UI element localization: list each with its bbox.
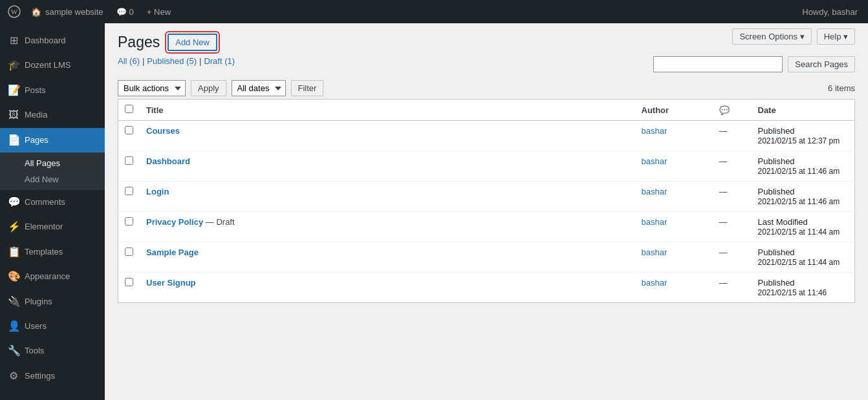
- row-comments-cell: —: [713, 151, 752, 182]
- date-status: Published: [758, 278, 795, 288]
- page-title-link-4[interactable]: Privacy Policy: [146, 217, 203, 227]
- sidebar-item-media[interactable]: 🖼 Media: [0, 103, 105, 127]
- page-title-link-2[interactable]: Dashboard: [146, 156, 190, 166]
- row-checkbox-5[interactable]: [125, 247, 133, 256]
- row-date-cell: Published 2021/02/15 at 11:46: [752, 273, 855, 303]
- author-link-1[interactable]: bashar: [642, 126, 667, 136]
- row-checkbox-cell: [118, 182, 140, 212]
- sidebar-item-plugins[interactable]: 🔌 Plugins: [0, 289, 105, 314]
- column-comments: 💬: [713, 100, 752, 121]
- row-checkbox-3[interactable]: [125, 187, 133, 195]
- row-checkbox-1[interactable]: [125, 126, 133, 134]
- comments-value: —: [719, 187, 728, 196]
- date-status: Published: [758, 187, 795, 196]
- author-link-3[interactable]: bashar: [642, 187, 667, 196]
- date-status: Last Modified: [758, 217, 808, 227]
- sidebar-item-appearance[interactable]: 🎨 Appearance: [0, 264, 105, 289]
- table-row: Dashboard bashar — Published 2021/02/15 …: [118, 151, 855, 182]
- row-title-cell: Privacy Policy — Draft: [140, 212, 635, 242]
- sidebar-item-templates[interactable]: 📋 Templates: [0, 240, 105, 264]
- sidebar-item-dashboard[interactable]: ⊞ Dashboard: [0, 28, 105, 53]
- row-checkbox-2[interactable]: [125, 156, 133, 165]
- author-link-6[interactable]: bashar: [642, 278, 667, 288]
- sidebar-item-pages[interactable]: 📄 Pages: [0, 128, 105, 153]
- date-value: 2021/02/15 at 11:46: [758, 288, 827, 297]
- screen-options-button[interactable]: Screen Options ▾: [732, 28, 811, 45]
- sidebar-item-add-new-page[interactable]: Add New: [0, 171, 105, 187]
- row-checkbox-4[interactable]: [125, 217, 133, 226]
- date-value: 2021/02/15 at 11:44 am: [758, 227, 840, 237]
- settings-icon: ⚙: [8, 369, 19, 383]
- wp-logo-icon[interactable]: W: [5, 3, 23, 21]
- items-count: 6 items: [828, 83, 855, 93]
- filter-all[interactable]: All (6): [118, 56, 140, 66]
- comments-link[interactable]: 💬 0: [111, 0, 139, 23]
- author-link-2[interactable]: bashar: [642, 156, 667, 166]
- row-title-cell: Sample Page: [140, 242, 635, 273]
- elementor-icon: ⚡: [8, 220, 19, 234]
- apply-button[interactable]: Apply: [191, 80, 226, 96]
- sidebar-item-elementor[interactable]: ⚡ Elementor: [0, 215, 105, 239]
- column-date[interactable]: Date: [752, 100, 855, 121]
- row-author-cell: bashar: [635, 182, 713, 212]
- filter-button[interactable]: Filter: [291, 80, 324, 96]
- column-author[interactable]: Author: [635, 100, 713, 121]
- help-button[interactable]: Help ▾: [817, 28, 855, 45]
- column-checkbox: [118, 100, 140, 121]
- row-author-cell: bashar: [635, 121, 713, 151]
- media-icon: 🖼: [8, 108, 19, 122]
- sidebar-item-comments[interactable]: 💬 Comments: [0, 190, 105, 215]
- date-value: 2021/02/15 at 12:37 pm: [758, 136, 840, 145]
- filter-links: All (6) | Published (5) | Draft (1): [118, 56, 653, 66]
- page-title-link-6[interactable]: User Signup: [146, 278, 196, 288]
- all-dates-select[interactable]: All dates: [232, 80, 286, 96]
- comments-value: —: [719, 126, 728, 136]
- author-link-4[interactable]: bashar: [642, 217, 667, 227]
- admin-bar: W 🏠 sample website 💬 0 + New Howdy, bash…: [0, 0, 868, 23]
- new-link[interactable]: + New: [142, 0, 176, 23]
- row-date-cell: Published 2021/02/15 at 11:44 am: [752, 242, 855, 273]
- row-author-cell: bashar: [635, 212, 713, 242]
- pages-submenu: All Pages Add New: [0, 153, 105, 190]
- svg-text:W: W: [11, 8, 18, 16]
- sidebar-item-users[interactable]: 👤 Users: [0, 314, 105, 339]
- page-title-link-3[interactable]: Login: [146, 187, 169, 196]
- filter-published[interactable]: Published (5): [147, 56, 197, 66]
- table-row: User Signup bashar — Published 2021/02/1…: [118, 273, 855, 303]
- author-link-5[interactable]: bashar: [642, 247, 667, 257]
- row-comments-cell: —: [713, 182, 752, 212]
- page-title-link-1[interactable]: Courses: [146, 126, 180, 136]
- row-checkbox-cell: [118, 242, 140, 273]
- date-value: 2021/02/15 at 11:44 am: [758, 258, 840, 267]
- column-title[interactable]: Title: [140, 100, 635, 121]
- dashboard-icon: ⊞: [8, 34, 19, 48]
- table-row: Privacy Policy — Draft bashar — Last Mod…: [118, 212, 855, 242]
- date-status: Published: [758, 156, 795, 166]
- sidebar-item-settings[interactable]: ⚙ Settings: [0, 364, 105, 388]
- page-title-link-5[interactable]: Sample Page: [146, 247, 199, 257]
- comments-value: —: [719, 278, 728, 288]
- sidebar-item-tools[interactable]: 🔧 Tools: [0, 339, 105, 363]
- comments-value: —: [719, 156, 728, 166]
- filter-draft[interactable]: Draft (1): [204, 56, 235, 66]
- search-input[interactable]: [653, 56, 783, 72]
- bulk-actions-select[interactable]: Bulk actions: [118, 80, 186, 96]
- row-checkbox-cell: [118, 212, 140, 242]
- add-new-button[interactable]: Add New: [168, 34, 217, 51]
- row-date-cell: Published 2021/02/15 at 11:46 am: [752, 182, 855, 212]
- search-pages-button[interactable]: Search Pages: [788, 56, 855, 72]
- row-comments-cell: —: [713, 242, 752, 273]
- row-author-cell: bashar: [635, 151, 713, 182]
- comments-value: —: [719, 217, 728, 227]
- users-icon: 👤: [8, 319, 19, 333]
- date-value: 2021/02/15 at 11:46 am: [758, 167, 840, 176]
- sidebar-item-posts[interactable]: 📝 Posts: [0, 78, 105, 103]
- select-all-checkbox[interactable]: [125, 105, 133, 113]
- row-checkbox-6[interactable]: [125, 278, 133, 286]
- sidebar-item-dozent-lms[interactable]: 🎓 Dozent LMS: [0, 53, 105, 78]
- row-checkbox-cell: [118, 121, 140, 151]
- sidebar-item-all-pages[interactable]: All Pages: [0, 155, 105, 171]
- site-name[interactable]: 🏠 sample website: [26, 0, 109, 23]
- row-title-cell: Courses: [140, 121, 635, 151]
- plugins-icon: 🔌: [8, 295, 19, 309]
